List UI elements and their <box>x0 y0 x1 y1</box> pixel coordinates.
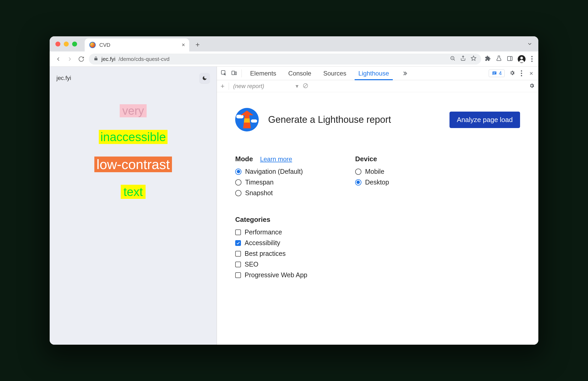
maximize-window-button[interactable] <box>72 42 77 47</box>
svg-rect-9 <box>232 71 235 75</box>
url-bar: jec.fyi/demo/cds-quest-cvd <box>50 51 538 67</box>
message-icon <box>492 71 497 76</box>
analyze-page-load-button[interactable]: Analyze page load <box>449 112 520 128</box>
mode-option-snapshot[interactable]: Snapshot <box>235 189 303 197</box>
lighthouse-config: Mode Learn more Navigation (Default) Tim… <box>235 155 520 200</box>
checkbox-icon <box>235 272 241 278</box>
tabs-dropdown-button[interactable] <box>527 41 533 48</box>
checkbox-label: Progressive Web App <box>245 271 307 279</box>
sample-word-2: inaccessible <box>99 130 168 144</box>
radio-label: Desktop <box>365 178 389 186</box>
minimize-window-button[interactable] <box>64 42 69 47</box>
category-performance[interactable]: Performance <box>235 228 520 236</box>
browser-toolbar-right <box>485 55 534 63</box>
tab-console[interactable]: Console <box>286 67 313 80</box>
labs-icon[interactable] <box>496 55 502 63</box>
omnibox[interactable]: jec.fyi/demo/cds-quest-cvd <box>89 54 481 65</box>
forward-button[interactable] <box>66 55 74 63</box>
tab-close-button[interactable]: × <box>182 42 185 48</box>
browser-tab[interactable]: CVD × <box>85 38 189 51</box>
devtools-settings-icon[interactable] <box>509 70 515 77</box>
checkbox-label: Performance <box>245 228 282 236</box>
share-icon[interactable] <box>460 55 466 62</box>
sample-word-1: very <box>120 104 147 117</box>
titlebar: CVD × + <box>50 36 538 51</box>
tab-elements[interactable]: Elements <box>248 67 278 80</box>
caret-down-icon: ▾ <box>296 83 298 90</box>
devtools-close-button[interactable]: × <box>528 70 535 77</box>
checkbox-icon <box>235 240 241 246</box>
sample-word-4: text <box>121 185 145 199</box>
device-section: Device Mobile Desktop <box>355 155 389 200</box>
omnibox-actions <box>450 55 476 62</box>
lighthouse-header: Generate a Lighthouse report Analyze pag… <box>235 108 520 131</box>
learn-more-link[interactable]: Learn more <box>260 155 292 163</box>
bookmark-icon[interactable] <box>471 55 476 62</box>
window-controls <box>55 42 77 47</box>
checkbox-icon <box>235 251 241 257</box>
reload-button[interactable] <box>77 55 85 63</box>
page-brand: jec.fyi <box>56 75 71 82</box>
radio-label: Snapshot <box>245 189 273 197</box>
mode-heading: Mode <box>235 155 253 163</box>
radio-icon <box>235 179 241 186</box>
device-heading: Device <box>355 155 377 163</box>
svg-rect-6 <box>508 56 512 61</box>
browser-menu-button[interactable] <box>530 55 534 63</box>
profile-avatar[interactable] <box>518 55 526 63</box>
category-seo[interactable]: SEO <box>235 261 520 268</box>
lighthouse-toolbar: + (new report) ▾ <box>217 80 538 92</box>
category-best-practices[interactable]: Best practices <box>235 250 520 257</box>
clear-button[interactable] <box>303 83 308 90</box>
tab-lighthouse[interactable]: Lighthouse <box>356 67 391 80</box>
url-path: /demo/cds-quest-cvd <box>119 56 170 62</box>
issues-counter[interactable]: 4 <box>489 70 505 77</box>
zoom-icon[interactable] <box>450 55 456 62</box>
tab-sources[interactable]: Sources <box>321 67 348 80</box>
mode-option-navigation[interactable]: Navigation (Default) <box>235 168 303 175</box>
checkbox-label: Best practices <box>245 250 286 257</box>
category-pwa[interactable]: Progressive Web App <box>235 271 520 279</box>
browser-window: CVD × + jec.fyi/demo/cds-quest-cvd <box>50 36 538 345</box>
svg-rect-10 <box>235 72 237 75</box>
lighthouse-title: Generate a Lighthouse report <box>268 114 440 125</box>
radio-icon <box>235 190 241 196</box>
checkbox-icon <box>235 262 241 267</box>
sidepanel-icon[interactable] <box>507 55 513 63</box>
extensions-icon[interactable] <box>485 55 491 63</box>
page-viewport: jec.fyi very inaccessible low-contrast t… <box>50 67 217 345</box>
theme-toggle-button[interactable] <box>199 73 210 83</box>
more-tabs-button[interactable] <box>399 67 410 80</box>
categories-section: Categories Performance Accessibility Bes… <box>235 216 520 279</box>
svg-marker-4 <box>471 56 476 60</box>
mode-option-timespan[interactable]: Timespan <box>235 178 303 186</box>
lighthouse-body: Generate a Lighthouse report Analyze pag… <box>217 92 538 298</box>
svg-rect-11 <box>493 72 495 73</box>
issues-count-value: 4 <box>499 70 502 76</box>
new-tab-button[interactable]: + <box>195 41 200 51</box>
close-window-button[interactable] <box>55 42 60 47</box>
moon-icon <box>202 76 207 81</box>
device-option-desktop[interactable]: Desktop <box>355 178 389 186</box>
devtools-menu-button[interactable] <box>520 69 523 77</box>
checkbox-label: SEO <box>245 261 258 268</box>
category-accessibility[interactable]: Accessibility <box>235 239 520 247</box>
lock-icon <box>94 56 98 62</box>
sample-word-3: low-contrast <box>94 157 172 172</box>
report-selector[interactable]: (new report) ▾ <box>233 83 298 90</box>
lighthouse-logo-icon <box>235 108 259 131</box>
page-header: jec.fyi <box>50 67 217 86</box>
back-button[interactable] <box>54 55 62 63</box>
devtools-tabbar: Elements Console Sources Lighthouse 4 × <box>217 67 538 80</box>
device-toolbar-icon[interactable] <box>231 70 237 77</box>
radio-icon <box>355 169 361 175</box>
checkbox-icon <box>235 229 241 235</box>
lighthouse-settings-icon[interactable] <box>529 83 535 90</box>
radio-label: Timespan <box>245 178 274 186</box>
device-option-mobile[interactable]: Mobile <box>355 168 389 175</box>
main-area: jec.fyi very inaccessible low-contrast t… <box>50 67 538 345</box>
mode-section: Mode Learn more Navigation (Default) Tim… <box>235 155 303 200</box>
radio-label: Mobile <box>365 168 384 175</box>
inspect-element-icon[interactable] <box>221 70 227 77</box>
new-report-button[interactable]: + <box>221 82 224 90</box>
